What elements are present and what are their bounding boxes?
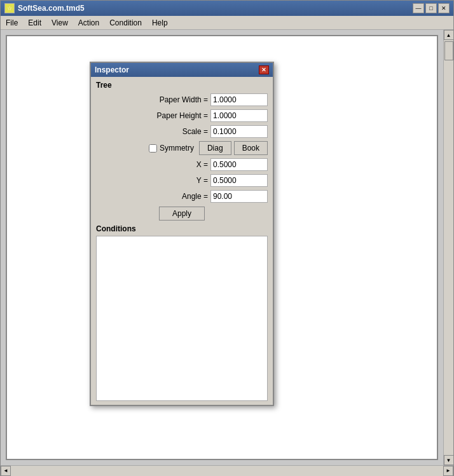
window-controls: — □ ✕ (413, 3, 450, 13)
inspector-title: Inspector (95, 65, 129, 74)
menu-bar: File Edit View Action Condition Help (1, 16, 453, 30)
inspector-close-button[interactable]: ✕ (259, 65, 269, 74)
scroll-right-button[interactable]: ► (443, 466, 453, 476)
paper-height-label: Paper Height = (157, 111, 208, 120)
inspector-body: Tree Paper Width = Paper Height = (91, 77, 273, 405)
y-row: Y = (96, 174, 268, 187)
book-button[interactable]: Book (234, 141, 268, 155)
section-tree-label: Tree (96, 81, 268, 90)
menu-view[interactable]: View (46, 17, 73, 29)
conditions-label: Conditions (96, 224, 268, 233)
scrollbar-track (444, 40, 454, 455)
menu-file[interactable]: File (1, 17, 23, 29)
paper-height-input[interactable] (210, 109, 268, 122)
h-scrollbar-track (11, 466, 443, 476)
menu-condition[interactable]: Condition (104, 17, 147, 29)
paper-width-row: Paper Width = (96, 93, 268, 106)
x-label: X = (196, 160, 208, 169)
main-window: ☆ SoftSea.com.tmd5 — □ ✕ File Edit View … (0, 0, 454, 476)
scroll-down-button[interactable]: ▼ (444, 455, 454, 465)
close-button[interactable]: ✕ (438, 3, 450, 13)
paper-height-row: Paper Height = (96, 109, 268, 122)
scroll-up-button[interactable]: ▲ (444, 30, 454, 40)
scroll-left-button[interactable]: ◄ (1, 466, 11, 476)
diag-button[interactable]: Diag (199, 141, 231, 155)
x-row: X = (96, 158, 268, 171)
apply-row: Apply (96, 207, 268, 221)
scale-input[interactable] (210, 125, 268, 138)
angle-input[interactable] (210, 190, 268, 203)
menu-help[interactable]: Help (147, 17, 173, 29)
x-input[interactable] (210, 158, 268, 171)
paper-width-input[interactable] (210, 93, 268, 106)
y-label: Y = (196, 176, 208, 185)
title-bar: ☆ SoftSea.com.tmd5 — □ ✕ (1, 1, 453, 16)
horizontal-scrollbar: ◄ ► (1, 465, 453, 475)
scale-label: Scale = (182, 127, 208, 136)
title-bar-left: ☆ SoftSea.com.tmd5 (4, 3, 85, 13)
menu-action[interactable]: Action (73, 17, 104, 29)
symmetry-checkbox[interactable] (149, 144, 157, 153)
symmetry-label: Symmetry (160, 144, 194, 153)
angle-row: Angle = (96, 190, 268, 203)
menu-edit[interactable]: Edit (23, 17, 46, 29)
window-title: SoftSea.com.tmd5 (18, 4, 85, 13)
symmetry-row: Symmetry Diag Book (96, 141, 268, 155)
minimize-button[interactable]: — (413, 3, 424, 13)
conditions-list[interactable] (96, 236, 268, 401)
canvas-area: SoftSea.com Inspector ✕ Tree Paper (1, 30, 443, 465)
conditions-section: Conditions (96, 224, 268, 401)
apply-button[interactable]: Apply (159, 207, 205, 221)
y-input[interactable] (210, 174, 268, 187)
drawing-canvas[interactable]: SoftSea.com Inspector ✕ Tree Paper (6, 35, 438, 460)
inspector-title-bar: Inspector ✕ (91, 63, 273, 77)
main-content: SoftSea.com Inspector ✕ Tree Paper (1, 30, 453, 465)
maximize-button[interactable]: □ (425, 3, 437, 13)
vertical-scrollbar: ▲ ▼ (443, 30, 453, 465)
paper-width-label: Paper Width = (160, 95, 208, 104)
app-icon: ☆ (4, 3, 15, 13)
inspector-dialog: Inspector ✕ Tree Paper Width = (90, 62, 274, 406)
scrollbar-thumb[interactable] (444, 41, 453, 60)
angle-label: Angle = (182, 192, 208, 201)
scale-row: Scale = (96, 125, 268, 138)
